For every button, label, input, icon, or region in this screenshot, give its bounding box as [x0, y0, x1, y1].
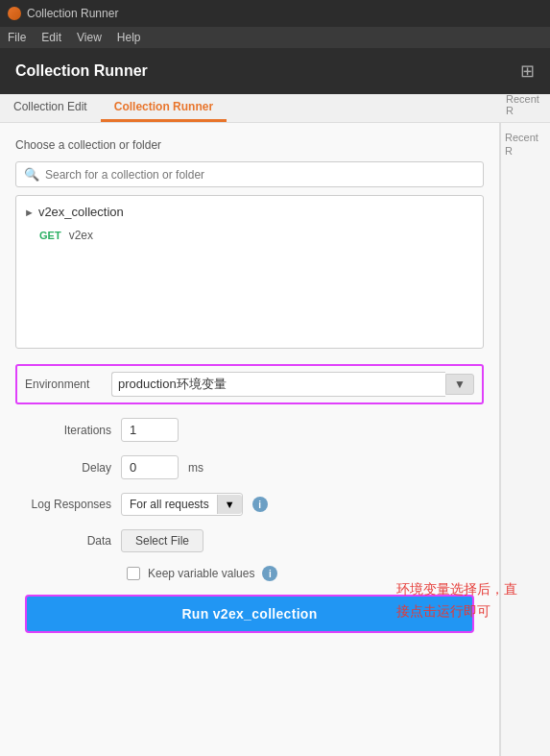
title-bar-text: Collection Runner — [27, 7, 118, 20]
left-panel: Choose a collection or folder 🔍 ► v2ex_c… — [0, 123, 500, 756]
delay-input[interactable] — [121, 455, 179, 479]
iterations-input[interactable] — [121, 418, 179, 442]
get-item[interactable]: GET v2ex — [16, 224, 483, 247]
environment-row: Environment production环境变量 ▼ — [15, 364, 484, 404]
collection-item[interactable]: ► v2ex_collection — [16, 200, 483, 224]
right-panel: Recent R — [500, 123, 550, 756]
search-box: 🔍 — [15, 161, 484, 187]
main-content: Choose a collection or folder 🔍 ► v2ex_c… — [0, 123, 550, 756]
collection-list: ► v2ex_collection GET v2ex — [15, 195, 484, 349]
select-file-button[interactable]: Select File — [121, 529, 203, 552]
tab-bar: Collection Edit Collection Runner Recent… — [0, 94, 550, 123]
log-responses-value: For all requests — [122, 494, 217, 515]
environment-value[interactable]: production环境变量 — [111, 372, 445, 397]
delay-label: Delay — [15, 461, 111, 475]
request-url: v2ex — [69, 229, 93, 242]
app-header-title: Collection Runner — [15, 62, 148, 80]
tab-recent-runs[interactable]: Recent R — [500, 89, 550, 122]
chevron-right-icon: ► — [24, 207, 35, 218]
menu-bar: File Edit View Help — [0, 27, 550, 48]
ms-label: ms — [188, 461, 203, 475]
title-bar: Collection Runner — [0, 0, 550, 27]
log-responses-info-icon[interactable]: i — [252, 497, 268, 512]
data-row: Data Select File — [15, 529, 484, 552]
delay-row: Delay ms — [15, 455, 484, 479]
app-header: Collection Runner ⊞ — [0, 48, 550, 94]
log-responses-select[interactable]: For all requests ▼ — [121, 493, 243, 516]
env-select-wrapper: production环境变量 ▼ — [111, 372, 474, 397]
log-responses-arrow[interactable]: ▼ — [217, 495, 242, 514]
environment-label: Environment — [25, 378, 102, 391]
section-label: Choose a collection or folder — [15, 138, 484, 152]
search-input[interactable] — [45, 168, 475, 182]
log-responses-row: Log Responses For all requests ▼ i — [15, 493, 484, 516]
log-responses-label: Log Responses — [15, 498, 111, 511]
keep-variable-info-icon[interactable]: i — [262, 566, 277, 581]
environment-dropdown-btn[interactable]: ▼ — [445, 374, 474, 395]
menu-edit[interactable]: Edit — [41, 31, 61, 44]
data-label: Data — [15, 534, 111, 548]
collection-name: v2ex_collection — [38, 205, 124, 219]
menu-help[interactable]: Help — [117, 31, 141, 44]
form-section: Environment production环境变量 ▼ Iterations … — [15, 364, 484, 581]
tab-collection-edit[interactable]: Collection Edit — [0, 94, 101, 122]
grid-icon[interactable]: ⊞ — [520, 61, 535, 82]
keep-variable-label: Keep variable values — [148, 567, 254, 580]
keep-variable-checkbox[interactable] — [127, 567, 140, 580]
iterations-label: Iterations — [15, 424, 111, 437]
recent-runs-label: Recent R — [501, 123, 550, 166]
tab-collection-runner[interactable]: Collection Runner — [101, 94, 227, 122]
annotation: 环境变量选择后，直 接点击运行即可 — [396, 578, 500, 622]
method-badge: GET — [39, 230, 61, 241]
menu-file[interactable]: File — [8, 31, 26, 44]
iterations-row: Iterations — [15, 418, 484, 442]
search-icon: 🔍 — [24, 167, 39, 182]
menu-view[interactable]: View — [77, 31, 102, 44]
postman-icon — [8, 7, 21, 20]
